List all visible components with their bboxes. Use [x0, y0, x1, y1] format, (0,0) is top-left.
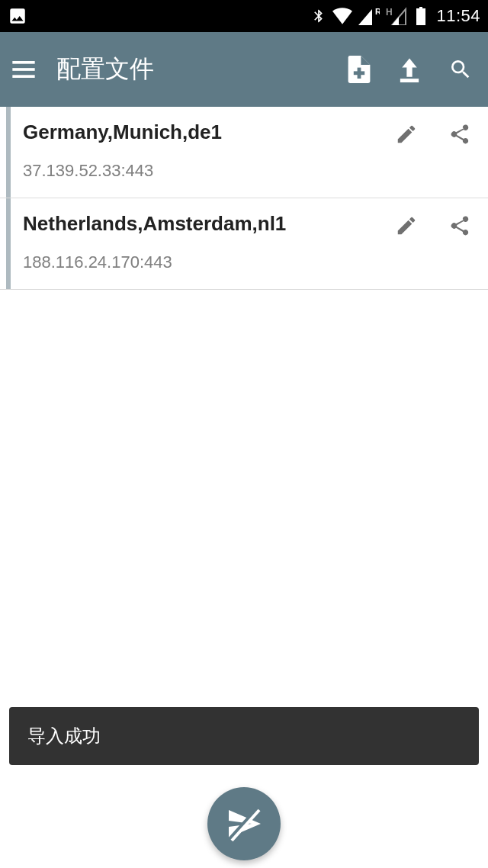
upload-icon[interactable] — [398, 56, 421, 82]
svg-text:H: H — [386, 7, 393, 18]
connect-fab[interactable] — [207, 787, 281, 860]
status-clock: 11:54 — [436, 6, 480, 26]
profile-item[interactable]: Netherlands,Amsterdam,nl1 188.116.24.170… — [0, 198, 488, 290]
page-title: 配置文件 — [56, 53, 332, 86]
profile-info: Germany,Munich,de1 37.139.52.33:443 — [23, 121, 389, 181]
snackbar-message: 导入成功 — [27, 725, 101, 746]
signal-h-icon: H — [386, 7, 409, 25]
profile-name: Germany,Munich,de1 — [23, 121, 389, 144]
status-bar: R H 11:54 — [0, 0, 488, 32]
profile-list: Germany,Munich,de1 37.139.52.33:443 Neth… — [0, 107, 488, 290]
battery-icon — [415, 7, 427, 25]
snackbar: 导入成功 — [9, 707, 479, 765]
share-icon[interactable] — [448, 122, 471, 149]
status-right: R H 11:54 — [311, 6, 480, 26]
svg-text:R: R — [375, 7, 380, 16]
picture-icon — [8, 6, 27, 26]
svg-rect-5 — [12, 75, 34, 78]
profile-info: Netherlands,Amsterdam,nl1 188.116.24.170… — [23, 212, 389, 272]
app-bar: 配置文件 — [0, 32, 488, 107]
wifi-icon — [332, 8, 352, 24]
search-icon[interactable] — [448, 57, 473, 82]
share-icon[interactable] — [448, 214, 471, 241]
svg-rect-7 — [354, 71, 364, 75]
svg-rect-3 — [12, 61, 34, 64]
edit-icon[interactable] — [395, 214, 418, 240]
profile-actions — [395, 212, 471, 241]
edit-icon[interactable] — [395, 123, 418, 149]
app-bar-actions — [348, 56, 473, 83]
svg-rect-2 — [418, 11, 424, 24]
profile-address: 188.116.24.170:443 — [23, 252, 389, 272]
item-accent — [6, 107, 11, 198]
menu-icon[interactable] — [12, 61, 35, 78]
profile-item[interactable]: Germany,Munich,de1 37.139.52.33:443 — [0, 107, 488, 198]
svg-rect-8 — [400, 79, 419, 82]
bluetooth-icon — [311, 7, 326, 25]
svg-rect-4 — [12, 68, 34, 71]
signal-r-icon: R — [358, 7, 380, 25]
profile-actions — [395, 121, 471, 149]
item-accent — [6, 198, 11, 289]
add-file-icon[interactable] — [348, 56, 371, 83]
status-left — [8, 6, 27, 26]
profile-name: Netherlands,Amsterdam,nl1 — [23, 212, 389, 236]
profile-address: 37.139.52.33:443 — [23, 161, 389, 181]
